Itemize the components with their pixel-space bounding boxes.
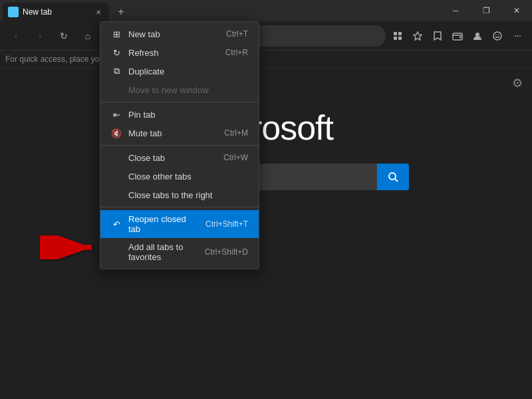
home-button[interactable]: ⌂ [77, 25, 98, 47]
menu-item-duplicate[interactable]: ⧉Duplicate [100, 62, 259, 80]
svg-rect-1 [394, 32, 397, 35]
svg-point-7 [460, 36, 462, 38]
menu-shortcut-close-tab: Ctrl+W [223, 153, 248, 162]
menu-item-close-tab[interactable]: Close tabCtrl+W [100, 148, 259, 167]
menu-item-refresh[interactable]: ↻RefreshCtrl+R [100, 43, 259, 62]
menu-label-close-tab: Close tab [128, 153, 217, 163]
tab-label: New tab [23, 7, 89, 17]
svg-line-13 [395, 179, 398, 182]
menu-shortcut-refresh: Ctrl+R [225, 48, 248, 57]
menu-separator [100, 102, 259, 102]
svg-point-10 [495, 34, 497, 35]
back-button[interactable]: ‹ [5, 25, 27, 47]
favorites-button[interactable] [408, 27, 427, 45]
settings-gear-icon[interactable]: ⚙ [512, 76, 523, 90]
menu-icon-close-tab [111, 152, 122, 163]
svg-rect-3 [394, 37, 397, 40]
menu-icon-add-favorites [111, 247, 122, 257]
menu-label-new-tab: New tab [128, 29, 219, 39]
wallet-button[interactable] [448, 27, 467, 45]
menu-icon-reopen-tab: ↶ [111, 219, 122, 229]
menu-shortcut-reopen-tab: Ctrl+Shift+T [205, 219, 248, 229]
active-tab[interactable]: New tab ✕ [3, 3, 109, 21]
tab-strip: New tab ✕ + [0, 0, 130, 21]
menu-shortcut-mute-tab: Ctrl+M [224, 128, 248, 138]
nav-icons-right: ··· [388, 27, 527, 45]
minimize-button[interactable]: ─ [440, 0, 471, 21]
menu-item-move-window: Move to new window [100, 80, 259, 99]
context-menu: ⊞New tabCtrl+T↻RefreshCtrl+R⧉DuplicateMo… [100, 21, 259, 269]
window-controls: ─ ❐ ✕ [440, 0, 532, 21]
menu-item-pin-tab[interactable]: ⇤Pin tab [100, 105, 259, 124]
red-arrow [40, 235, 100, 259]
main-content: ⚙ Microsoft [0, 68, 532, 399]
new-tab-button[interactable]: + [112, 3, 130, 21]
menu-label-duplicate: Duplicate [128, 66, 248, 76]
menu-shortcut-new-tab: Ctrl+T [226, 29, 248, 39]
menu-icon-close-other [111, 171, 122, 182]
menu-icon-close-right [111, 190, 122, 200]
nav-bar: ‹ › ↻ ⌂ ··· [0, 21, 532, 51]
menu-label-close-right: Close tabs to the right [128, 190, 248, 200]
menu-label-pin-tab: Pin tab [128, 110, 248, 120]
menu-label-refresh: Refresh [128, 48, 219, 58]
menu-label-move-window: Move to new window [128, 85, 248, 95]
menu-label-close-other: Close other tabs [128, 172, 248, 182]
quick-bar: For quick access, place your fav [0, 51, 532, 68]
svg-point-0 [11, 9, 16, 15]
refresh-button[interactable]: ↻ [53, 25, 74, 47]
menu-item-reopen-tab[interactable]: ↶Reopen closed tabCtrl+Shift+T [100, 210, 259, 238]
tab-favicon [8, 7, 19, 17]
reading-list-button[interactable] [428, 27, 447, 45]
collections-button[interactable] [388, 27, 407, 45]
svg-point-9 [493, 32, 501, 40]
title-bar: New tab ✕ + ─ ❐ ✕ [0, 0, 532, 21]
menu-label-mute-tab: Mute tab [128, 128, 217, 138]
close-button[interactable]: ✕ [501, 0, 532, 21]
menu-separator [100, 207, 259, 207]
menu-icon-mute-tab: 🔇 [111, 128, 122, 138]
menu-item-add-favorites[interactable]: Add all tabs to favoritesCtrl+Shift+D [100, 238, 259, 266]
menu-item-new-tab[interactable]: ⊞New tabCtrl+T [100, 25, 259, 43]
menu-item-close-right[interactable]: Close tabs to the right [100, 186, 259, 204]
search-button[interactable] [377, 164, 409, 190]
svg-marker-5 [414, 32, 422, 40]
menu-icon-duplicate: ⧉ [111, 66, 122, 76]
forward-button[interactable]: › [29, 25, 51, 47]
svg-point-12 [389, 173, 396, 180]
menu-label-reopen-tab: Reopen closed tab [128, 214, 199, 234]
menu-shortcut-add-favorites: Ctrl+Shift+D [205, 247, 248, 257]
menu-item-mute-tab[interactable]: 🔇Mute tabCtrl+M [100, 124, 259, 142]
svg-point-11 [498, 34, 499, 35]
menu-icon-move-window [111, 84, 122, 95]
menu-label-add-favorites: Add all tabs to favorites [128, 242, 198, 262]
tab-close-button[interactable]: ✕ [93, 7, 104, 17]
menu-item-close-other[interactable]: Close other tabs [100, 167, 259, 186]
profile-button[interactable] [468, 27, 487, 45]
menu-icon-pin-tab: ⇤ [111, 109, 122, 120]
restore-button[interactable]: ❐ [471, 0, 501, 21]
menu-separator [100, 145, 259, 146]
svg-rect-2 [398, 32, 402, 35]
svg-rect-4 [398, 37, 402, 40]
menu-icon-refresh: ↻ [111, 47, 122, 58]
menu-icon-new-tab: ⊞ [111, 29, 122, 39]
emoji-button[interactable] [488, 27, 507, 45]
more-button[interactable]: ··· [508, 27, 527, 45]
